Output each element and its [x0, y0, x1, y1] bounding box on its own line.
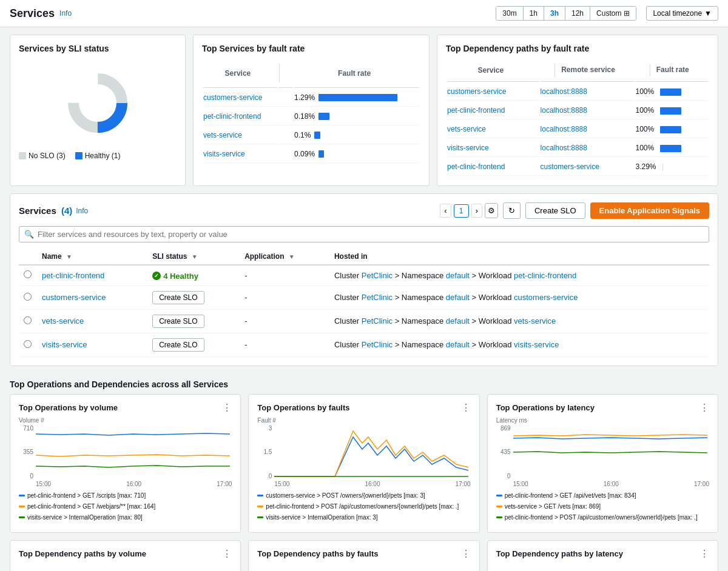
- section-header-left: Services (4) Info: [19, 205, 88, 216]
- dep-latency-more-icon[interactable]: ⋮: [699, 548, 709, 563]
- cluster-link[interactable]: PetClinic: [362, 293, 393, 302]
- dep-remote-cell: customers-service: [541, 158, 635, 176]
- namespace-link[interactable]: default: [446, 316, 470, 326]
- fault-service-link[interactable]: pet-clinic-frontend: [203, 112, 261, 121]
- workload-link[interactable]: visits-service: [514, 340, 559, 349]
- dep-service-link[interactable]: pet-clinic-frontend: [447, 106, 505, 115]
- volume-x-ticks: 15:00 16:00 17:00: [19, 481, 232, 487]
- fault-service-link[interactable]: visits-service: [203, 150, 245, 158]
- fault-divider-cell: [278, 108, 293, 125]
- dep-faults-more-icon[interactable]: ⋮: [461, 548, 471, 563]
- app-sort-icon[interactable]: ▼: [289, 253, 295, 260]
- fault-bar: [318, 113, 329, 120]
- dep-col-divider2: Fault rate: [636, 62, 708, 82]
- workload-link[interactable]: pet-clinic-frontend: [514, 271, 576, 280]
- table-row: visits-service 0.09%: [203, 145, 419, 163]
- time-12h[interactable]: 12h: [565, 7, 590, 20]
- enable-signals-button[interactable]: Enable Application Signals: [590, 202, 709, 219]
- dep-remote-link[interactable]: localhost:8888: [541, 87, 587, 96]
- table-row: pet-clinic-frontend localhost:8888 100%: [447, 102, 708, 119]
- dep-remote-link[interactable]: localhost:8888: [541, 144, 587, 152]
- dep-remote-link[interactable]: customers-service: [541, 162, 599, 171]
- legend-label-no-slo: No SLO (3): [29, 152, 66, 160]
- namespace-link[interactable]: default: [446, 340, 470, 349]
- cluster-link[interactable]: PetClinic: [362, 340, 393, 349]
- cluster-link[interactable]: PetClinic: [362, 316, 393, 326]
- row-radio[interactable]: [24, 340, 32, 348]
- create-slo-row-button[interactable]: Create SLO: [152, 291, 204, 304]
- dep-remote-link[interactable]: localhost:8888: [541, 106, 587, 115]
- dep-service-link[interactable]: customers-service: [447, 87, 506, 96]
- row-radio[interactable]: [24, 270, 32, 278]
- sli-legend: No SLO (3) Healthy (1): [19, 152, 177, 160]
- dep-service-link[interactable]: pet-clinic-frontend: [447, 162, 505, 171]
- col-divider-th: [278, 62, 293, 88]
- fault-bar-container: 0.09%: [294, 150, 414, 158]
- prev-page-button[interactable]: ‹: [440, 204, 451, 218]
- dep-volume-more-icon[interactable]: ⋮: [222, 548, 232, 563]
- create-slo-row-button[interactable]: Create SLO: [152, 315, 204, 328]
- radio-cell[interactable]: [19, 286, 37, 309]
- search-input[interactable]: [38, 230, 704, 239]
- dep-remote-cell: localhost:8888: [541, 121, 635, 138]
- time-custom[interactable]: Custom ⊞: [590, 7, 636, 20]
- namespace-link[interactable]: default: [446, 293, 470, 302]
- next-page-button[interactable]: ›: [471, 204, 482, 218]
- main-content: Services by SLI status No SLO (3): [0, 27, 728, 571]
- vol-legend-dot-1: [19, 495, 25, 496]
- dep-rate-value: 100%: [636, 125, 655, 133]
- time-1h[interactable]: 1h: [524, 7, 544, 20]
- row-radio[interactable]: [24, 293, 32, 301]
- workload-link[interactable]: customers-service: [514, 293, 578, 302]
- vol-legend-dot-3: [19, 516, 25, 518]
- services-info-link[interactable]: Info: [76, 207, 88, 215]
- dep-rate-cell: 100%: [636, 139, 708, 157]
- pagination: ‹ 1 › ⚙: [440, 203, 498, 218]
- sli-sort-icon[interactable]: ▼: [192, 253, 198, 260]
- latency-more-icon[interactable]: ⋮: [699, 402, 709, 413]
- cluster-link[interactable]: PetClinic: [362, 271, 393, 280]
- dep-remote-link[interactable]: localhost:8888: [541, 125, 587, 133]
- svc-name-link[interactable]: pet-clinic-frontend: [42, 271, 104, 280]
- name-sort-icon[interactable]: ▼: [66, 253, 72, 260]
- fault-service-cell: pet-clinic-frontend: [203, 108, 277, 125]
- radio-cell[interactable]: [19, 309, 37, 333]
- radio-cell[interactable]: [19, 265, 37, 286]
- create-slo-button[interactable]: Create SLO: [525, 202, 585, 219]
- svc-name-link[interactable]: vets-service: [42, 316, 84, 326]
- time-30m[interactable]: 30m: [496, 7, 523, 20]
- row-radio[interactable]: [24, 316, 32, 324]
- svc-name-link[interactable]: visits-service: [42, 340, 87, 349]
- fault-rate-value: 0.09%: [294, 150, 315, 158]
- namespace-link[interactable]: default: [446, 271, 470, 280]
- search-icon: 🔍: [24, 230, 34, 239]
- svc-app-cell: -: [240, 333, 329, 356]
- fault-service-link[interactable]: customers-service: [203, 93, 262, 102]
- create-slo-row-button[interactable]: Create SLO: [152, 338, 204, 352]
- refresh-button[interactable]: ↻: [503, 202, 521, 219]
- workload-link[interactable]: vets-service: [514, 316, 556, 326]
- dep-service-cell: customers-service: [447, 83, 539, 101]
- col-service-header: Service: [203, 62, 277, 88]
- table-settings-button[interactable]: ⚙: [485, 203, 498, 218]
- legend-dot-no-slo: [19, 152, 26, 159]
- fault-service-link[interactable]: vets-service: [203, 131, 242, 139]
- radio-cell[interactable]: [19, 333, 37, 356]
- svc-name-link[interactable]: customers-service: [42, 293, 106, 302]
- volume-legend: pet-clinic-frontend > GET /scripts [max:…: [19, 491, 232, 523]
- volume-more-icon[interactable]: ⋮: [222, 402, 232, 413]
- sli-donut-area: [19, 61, 177, 145]
- info-link[interactable]: Info: [59, 9, 72, 18]
- svc-sli-cell: Create SLO: [147, 309, 240, 333]
- volume-chart-card: Top Operations by volume ⋮ Volume # 710 …: [10, 394, 241, 533]
- header-controls: 30m 1h 3h 12h Custom ⊞ Local timezone ▼: [496, 6, 718, 21]
- faults-more-icon[interactable]: ⋮: [461, 402, 471, 413]
- time-3h[interactable]: 3h: [544, 7, 565, 20]
- dep-rate-cell: 3.29% |: [636, 158, 708, 176]
- timezone-button[interactable]: Local timezone ▼: [646, 6, 718, 21]
- dep-service-link[interactable]: visits-service: [447, 144, 489, 152]
- dep-service-link[interactable]: vets-service: [447, 125, 486, 133]
- svc-hosted-cell: Cluster PetClinic > Namespace default > …: [329, 309, 709, 333]
- dep-latency-card: Top Dependency paths by latency ⋮: [487, 540, 718, 572]
- legend-dot-healthy: [75, 152, 83, 159]
